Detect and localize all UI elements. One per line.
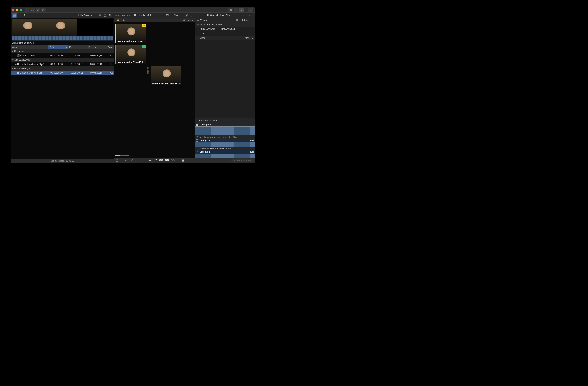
chevron-icon: ⌄: [192, 19, 193, 21]
audio-configuration: Audio Configuration Dialogue-1✓shasta_in…: [195, 118, 255, 158]
view-menu[interactable]: View: [174, 14, 179, 17]
zoom-window[interactable]: [20, 9, 22, 11]
library-tab[interactable]: [12, 13, 17, 18]
window-controls: [12, 9, 22, 11]
background-tasks-icon[interactable]: ✓: [36, 8, 40, 12]
list-item[interactable]: 🎬 Untitled Project00:00:00;0000:05:30;16…: [11, 53, 114, 58]
col-end[interactable]: End: [68, 45, 87, 49]
layout-inspector-icon[interactable]: ≡: [239, 8, 244, 12]
play-button[interactable]: ▶: [147, 158, 153, 163]
checkbox-icon[interactable]: ✓: [196, 147, 198, 150]
titles-tab[interactable]: T: [22, 13, 27, 18]
titlebar: ↓ ⊶ ✓ ▢ ▦ ☰ ≡ ⇪: [11, 7, 255, 13]
list-group[interactable]: ▼ Apr 16, 2019 (1): [11, 58, 114, 62]
audio-component-row[interactable]: ✓shasta_interview_pressman-HD 1080p: [195, 135, 255, 139]
audio-track-header[interactable]: ✓Dialogue-12 ◀: [195, 139, 255, 142]
checkbox-icon[interactable]: ✓: [196, 139, 198, 142]
audio-track-header[interactable]: ✓Dialogue-12 ◀: [195, 150, 255, 153]
volume-row: ▭ Volume 0.0 dB ◇: [195, 18, 255, 22]
volume-icon: ▭: [197, 19, 199, 21]
zoom-level[interactable]: 20%: [166, 14, 170, 17]
retime-icon[interactable]: ⟳⌄: [131, 158, 136, 163]
inspector-tc-prefix: 00:0: [243, 14, 247, 17]
checkbox-icon[interactable]: ✓: [196, 151, 198, 153]
chevron-icon: ⌄: [180, 14, 182, 17]
clip-appearance-icon[interactable]: ⊟: [97, 13, 103, 18]
list-group[interactable]: ▼ Apr 9, 2019 (1): [11, 66, 114, 71]
clip-list[interactable]: ▼ Projects (1)🎬 Untitled Project00:00:00…: [11, 49, 114, 159]
search-icon[interactable]: 🔍: [107, 13, 113, 18]
media-tab[interactable]: ♫: [17, 13, 22, 18]
enhancements-header[interactable]: ▭ Audio Enhancements: [195, 22, 255, 27]
filter-label[interactable]: Hide Rejected: [78, 14, 93, 17]
analyze-icon[interactable]: ✦: [251, 28, 253, 30]
audio-analysis-row: Audio Analysis Not Analyzed ✦: [195, 27, 255, 31]
filmstrip-preview: ⊞ Untitled Multicam Clip: [11, 18, 114, 45]
keyframe-icon[interactable]: ◇: [252, 19, 253, 21]
playback-bar: ▢⌄ ✂⌄ ⟳⌄ ▶ 2:00:00:00 ▮▮ ⛶: [114, 158, 195, 163]
angle-side-swatches: [147, 67, 150, 86]
minimize-window[interactable]: [16, 9, 18, 11]
top-toolbar: ♫ T Hide Rejected ⌄ ⊟ ▤ 🔍 1080p HD 29.97…: [11, 13, 255, 18]
keyword-icon[interactable]: ⊶: [30, 8, 35, 12]
browser-footer: 1 of 3 selected, 05:30;16: [11, 159, 114, 163]
share-icon[interactable]: ⇪: [248, 8, 253, 12]
list-group[interactable]: ▼ Projects (1): [11, 49, 114, 53]
format-label: 1080p HD 29.97...: [115, 14, 132, 17]
col-duration[interactable]: Duration: [87, 45, 107, 49]
clip-name-label: Untitled Multicam Clip: [12, 41, 113, 44]
audio-component-row[interactable]: ✓shasta_interview_Tzuo-HD 1080p: [195, 147, 255, 150]
col-name[interactable]: Name: [11, 45, 48, 49]
audio-config-title: Audio Configuration: [195, 118, 255, 123]
list-item[interactable]: ▶Untitled Multicam Clip 100:00:00;0000:0…: [11, 62, 114, 66]
close-window[interactable]: [12, 9, 14, 11]
settings-menu[interactable]: Settings: [183, 19, 191, 21]
pan-mode-row: Mode None ⌄: [195, 36, 255, 40]
audio-waveform[interactable]: [195, 127, 255, 135]
audio-meter-icon[interactable]: ▮▮: [180, 158, 185, 163]
inspector-footer: Save Effects Preset: [195, 158, 255, 163]
tools-icon[interactable]: ✂⌄: [123, 158, 128, 163]
pan-mode-select[interactable]: None ⌄: [245, 37, 253, 40]
list-item[interactable]: Untitled Multicam Clip00:00:00;0000:05:3…: [11, 71, 114, 75]
list-view-icon[interactable]: ▤: [103, 13, 107, 18]
inspector-timecode: 5:30;16: [247, 14, 254, 17]
inspector-pane: ▭ Volume 0.0 dB ◇ ▭ Audio Enhancements A…: [195, 18, 255, 163]
audio-track-header[interactable]: Dialogue-1: [195, 123, 255, 127]
app-window: ↓ ⊶ ✓ ▢ ▦ ☰ ≡ ⇪ ♫ T Hide Rejected ⌄ ⊟ ▤ …: [11, 7, 255, 163]
angle-clip[interactable]: shasta_interview_pressman-HD...: [151, 66, 182, 86]
fullscreen-icon[interactable]: ⛶: [188, 158, 193, 163]
checkbox-icon[interactable]: ✓: [196, 136, 198, 138]
layout-grid-icon[interactable]: ▦: [228, 8, 233, 12]
import-icon[interactable]: ↓: [24, 8, 29, 12]
chevron-icon: ⌄: [171, 14, 173, 17]
save-effects-preset-button[interactable]: Save Effects Preset: [231, 159, 253, 162]
filmstrip[interactable]: [12, 19, 113, 36]
pan-row[interactable]: Pan: [195, 31, 255, 36]
svg-rect-1: [13, 14, 15, 15]
layout-list-icon[interactable]: ☰: [234, 8, 238, 12]
angle-video-icon[interactable]: ▦: [121, 18, 126, 22]
clip-skimming-icon[interactable]: ▢⌄: [115, 158, 121, 163]
angle-clip[interactable]: 〰shasta_interview_Tzuo-HD 1...: [115, 45, 146, 64]
svg-rect-0: [13, 14, 16, 17]
angle-badge-icon: ▦: [142, 24, 146, 26]
audio-inspector-icon[interactable]: 🔊: [184, 13, 189, 18]
extensions-icon[interactable]: ▢: [41, 8, 46, 12]
angle-clip[interactable]: ▦shasta_interview_pressman-...: [115, 24, 146, 43]
main-area: ⊞ Untitled Multicam Clip Name Start▴ End…: [11, 18, 255, 163]
inspector-title: Untitled Multicam Clip: [207, 14, 230, 17]
audio-waveform[interactable]: [195, 142, 255, 147]
angle-grid: ▦shasta_interview_pressman-...〰shasta_in…: [114, 22, 195, 158]
volume-slider[interactable]: [226, 20, 238, 20]
filmstrip-waveform[interactable]: [12, 36, 113, 41]
col-content[interactable]: Cont: [107, 45, 114, 49]
angle-toolbar: ▦ ▦ 〰 Settings ⌄: [114, 18, 195, 22]
angle-videoaudio-icon[interactable]: ▦: [115, 18, 120, 22]
audio-waveform[interactable]: [195, 153, 255, 158]
angle-color-swatches[interactable]: [115, 155, 129, 156]
angle-audio-icon[interactable]: 〰: [127, 18, 132, 22]
playhead-timecode: 2:00:00:00: [155, 159, 175, 162]
col-start[interactable]: Start▴: [48, 45, 68, 49]
info-inspector-icon[interactable]: ⓘ: [189, 13, 194, 18]
